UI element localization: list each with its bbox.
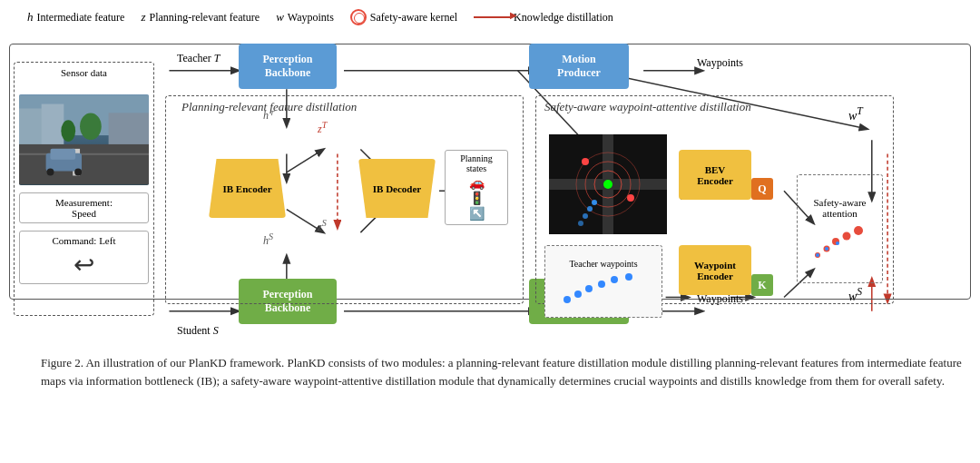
bev-scene xyxy=(549,134,667,234)
waypoint-encoder-box: Waypoint Encoder xyxy=(679,245,751,295)
diagram-area: h Intermediate feature z Planning-releva… xyxy=(0,0,980,354)
legend: h Intermediate feature z Planning-releva… xyxy=(27,9,962,25)
knowledge-dist-desc: Knowledge distillation xyxy=(514,11,613,25)
q-label-box: Q xyxy=(751,178,773,200)
teacher-waypoints-area: Teacher waypoints xyxy=(544,245,662,318)
ht-label: hᵀ xyxy=(263,109,273,123)
planning-states-box: Planning states 🚗🚦↖️ xyxy=(445,150,508,225)
svg-point-55 xyxy=(585,285,593,292)
svg-point-58 xyxy=(625,273,632,281)
caption-text: Figure 2. An illustration of our PlanKD … xyxy=(41,356,962,388)
legend-h: h Intermediate feature xyxy=(27,10,124,25)
svg-point-65 xyxy=(825,247,828,251)
safety-kernel-desc: Safety-aware kernel xyxy=(370,11,457,25)
zt-label: zT xyxy=(318,120,327,136)
svg-point-38 xyxy=(47,169,54,176)
wt-label: wT xyxy=(848,105,863,123)
planning-icons: 🚗🚦↖️ xyxy=(448,175,505,222)
svg-rect-37 xyxy=(51,149,76,160)
svg-point-43 xyxy=(603,180,612,189)
w-desc: Waypoints xyxy=(288,11,334,25)
left-arrow-icon: ↩ xyxy=(25,250,142,280)
svg-point-53 xyxy=(564,296,571,303)
svg-point-56 xyxy=(598,281,605,288)
svg-rect-33 xyxy=(19,153,149,155)
ib-encoder-box: IB Encoder xyxy=(209,159,286,218)
svg-point-39 xyxy=(74,169,82,176)
safety-section-title: Safety-aware waypoint-attentive distilla… xyxy=(544,100,751,114)
command-box: Command: Left ↩ xyxy=(19,231,149,284)
measurement-box: Measurement: Speed xyxy=(19,192,149,223)
k-label-box: K xyxy=(751,274,773,296)
legend-z: z Planning-relevant feature xyxy=(141,10,260,25)
svg-point-62 xyxy=(842,232,850,240)
w-symbol: w xyxy=(276,10,284,25)
zs-label: zS xyxy=(318,218,327,234)
sensor-image xyxy=(19,94,149,185)
legend-safety-kernel: Safety-aware kernel xyxy=(350,9,457,25)
svg-rect-29 xyxy=(109,113,149,148)
waypoints-teacher-label: Waypoints xyxy=(697,56,743,70)
figure-caption: Figure 2. An illustration of our PlanKD … xyxy=(18,350,980,395)
svg-point-50 xyxy=(587,206,593,212)
perception-backbone-teacher: Perception Backbone xyxy=(239,44,337,89)
hs-label: hS xyxy=(263,232,273,248)
safety-attention-box: Safety-aware attention xyxy=(797,174,883,283)
svg-point-34 xyxy=(80,113,102,140)
svg-point-51 xyxy=(583,213,588,219)
teacher-label: Teacher T xyxy=(177,52,220,65)
knowledge-dist-arrow-icon xyxy=(474,16,510,18)
z-desc: Planning-relevant feature xyxy=(150,11,260,25)
planning-states-label: Planning states xyxy=(448,153,505,173)
z-symbol: z xyxy=(141,10,145,25)
h-symbol: h xyxy=(27,10,34,25)
svg-point-49 xyxy=(592,200,597,205)
ws-label: wS xyxy=(848,286,862,304)
h-desc: Intermediate feature xyxy=(37,11,125,25)
ib-decoder-box: IB Decoder xyxy=(358,159,436,218)
svg-point-52 xyxy=(578,221,583,226)
safety-kernel-icon xyxy=(350,9,367,25)
legend-w: w Waypoints xyxy=(276,10,334,25)
legend-knowledge-dist: Knowledge distillation xyxy=(474,11,613,25)
student-label: Student S xyxy=(177,324,219,338)
svg-point-63 xyxy=(854,226,863,235)
bev-encoder-box: BEV Encoder xyxy=(679,150,751,200)
svg-rect-28 xyxy=(42,104,64,149)
sensor-data-box: Sensor data xyxy=(14,62,154,316)
svg-point-57 xyxy=(611,276,618,283)
sensor-data-label: Sensor data xyxy=(19,67,149,78)
teacher-waypoints-label: Teacher waypoints xyxy=(569,259,637,269)
svg-point-54 xyxy=(574,291,582,298)
svg-rect-30 xyxy=(19,144,149,184)
svg-point-66 xyxy=(836,241,839,245)
svg-point-64 xyxy=(816,253,819,257)
motion-producer-teacher: Motion Producer xyxy=(529,44,629,89)
svg-point-35 xyxy=(61,120,75,142)
